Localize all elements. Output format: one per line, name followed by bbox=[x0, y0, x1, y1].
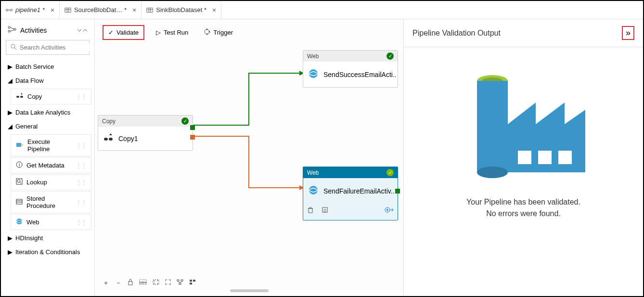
activity-label: Stored Procedure bbox=[26, 195, 72, 209]
activity-label: Get Metadata bbox=[26, 162, 64, 169]
activity-copy[interactable]: Copy ⋮⋮ bbox=[11, 89, 91, 104]
activity-lookup[interactable]: Lookup⋮⋮ bbox=[11, 174, 91, 190]
fullscreen-icon[interactable] bbox=[165, 279, 171, 287]
success-port[interactable] bbox=[395, 189, 400, 194]
close-icon[interactable]: × bbox=[132, 6, 136, 14]
tab-source-dataset[interactable]: SourceBlobDat… * × bbox=[60, 1, 142, 19]
tab-sink-dataset[interactable]: SinkBlobDataset * × bbox=[142, 1, 221, 19]
horizontal-scrollbar[interactable] bbox=[230, 289, 269, 292]
grip-icon: ⋮⋮ bbox=[76, 142, 86, 149]
chevron-right-icon: ▶ bbox=[8, 248, 13, 256]
tab-pipeline1[interactable]: pipeline1 * × bbox=[1, 1, 60, 19]
validate-button[interactable]: ✓ Validate bbox=[103, 25, 144, 40]
activity-web[interactable]: Web⋮⋮ bbox=[11, 214, 91, 230]
svg-rect-62 bbox=[538, 151, 552, 164]
node-header: Web ✓ bbox=[303, 167, 398, 178]
svg-rect-1 bbox=[11, 9, 13, 11]
group-general[interactable]: ◢General bbox=[4, 119, 91, 133]
activity-label: Execute Pipeline bbox=[27, 138, 72, 153]
svg-rect-57 bbox=[190, 283, 192, 284]
minimap-icon[interactable] bbox=[189, 279, 196, 287]
grip-icon: ⋮⋮ bbox=[76, 93, 86, 100]
search-activities[interactable] bbox=[6, 40, 90, 55]
svg-rect-3 bbox=[65, 8, 71, 12]
svg-point-12 bbox=[8, 30, 10, 32]
panel-title: Pipeline Validation Output bbox=[412, 29, 501, 38]
pipeline-canvas[interactable]: ✓ Validate ▷ Test Run Trigger Copy ✓ bbox=[95, 19, 403, 296]
svg-point-31 bbox=[206, 29, 208, 30]
activity-label: Copy bbox=[27, 93, 42, 100]
zoom-in-icon[interactable]: ＋ bbox=[103, 279, 109, 287]
close-icon[interactable]: × bbox=[212, 6, 216, 14]
svg-point-16 bbox=[11, 44, 15, 48]
grip-icon: ⋮⋮ bbox=[76, 219, 86, 226]
play-icon: ▷ bbox=[156, 29, 161, 36]
activity-stored-procedure[interactable]: Stored Procedure⋮⋮ bbox=[11, 191, 91, 213]
factory-illustration bbox=[461, 66, 586, 182]
svg-point-60 bbox=[477, 167, 508, 178]
zoom-out-icon[interactable]: － bbox=[115, 279, 122, 287]
add-output-icon[interactable] bbox=[384, 207, 394, 215]
zoom-100-icon[interactable]: 100% bbox=[139, 279, 147, 287]
dataset-icon bbox=[64, 7, 71, 13]
group-label: Data Flow bbox=[15, 77, 44, 84]
group-label: Data Lake Analytics bbox=[15, 109, 70, 116]
check-icon: ✓ bbox=[108, 29, 114, 36]
lock-icon[interactable] bbox=[128, 279, 133, 287]
node-name: SendFailureEmailActiv.. bbox=[323, 187, 395, 195]
group-hdinsight[interactable]: ▶HDInsight bbox=[4, 231, 91, 245]
chevron-down-icon: ◢ bbox=[8, 77, 13, 84]
trigger-button[interactable]: Trigger bbox=[200, 26, 237, 39]
group-label: HDInsight bbox=[15, 234, 43, 242]
activity-execute-pipeline[interactable]: Execute Pipeline⋮⋮ bbox=[11, 134, 91, 156]
svg-point-34 bbox=[104, 138, 108, 141]
code-icon[interactable]: {} bbox=[322, 207, 328, 215]
autolayout-icon[interactable] bbox=[177, 279, 183, 287]
activities-header: Activities bbox=[4, 23, 91, 37]
group-data-flow[interactable]: ◢Data Flow bbox=[4, 74, 91, 88]
search-input[interactable] bbox=[20, 44, 95, 51]
sp-icon bbox=[16, 198, 23, 207]
success-port[interactable] bbox=[190, 125, 195, 130]
activity-label: Web bbox=[26, 219, 39, 226]
group-iteration[interactable]: ▶Iteration & Conditionals bbox=[4, 245, 91, 259]
svg-point-18 bbox=[16, 96, 19, 98]
node-failure-email[interactable]: Web ✓ SendFailureEmailActiv.. {} bbox=[303, 167, 398, 220]
svg-text:100%: 100% bbox=[139, 281, 147, 284]
collapse-panel-button[interactable]: » bbox=[622, 26, 634, 40]
svg-rect-61 bbox=[518, 151, 531, 164]
pipeline-icon bbox=[6, 7, 13, 13]
node-copy[interactable]: Copy ✓ Copy1 bbox=[98, 115, 193, 151]
lookup-icon bbox=[16, 178, 23, 186]
node-success-email[interactable]: Web ✓ SendSuccessEmailActi.. bbox=[303, 50, 398, 88]
exec-pipeline-icon bbox=[16, 142, 24, 150]
fit-icon[interactable] bbox=[153, 279, 159, 287]
status-ok-icon: ✓ bbox=[181, 117, 189, 125]
svg-point-13 bbox=[14, 28, 16, 30]
close-icon[interactable]: × bbox=[51, 6, 54, 14]
svg-rect-26 bbox=[16, 199, 22, 204]
svg-point-19 bbox=[20, 96, 23, 98]
activity-get-metadata[interactable]: i Get Metadata⋮⋮ bbox=[11, 157, 91, 173]
svg-rect-7 bbox=[147, 8, 153, 12]
node-type: Web bbox=[307, 169, 319, 176]
group-data-lake[interactable]: ▶Data Lake Analytics bbox=[4, 105, 91, 119]
svg-point-11 bbox=[8, 26, 10, 28]
failure-port[interactable] bbox=[190, 135, 195, 140]
expand-collapse-icons[interactable] bbox=[77, 28, 88, 33]
status-ok-icon: ✓ bbox=[386, 169, 394, 176]
node-name: SendSuccessEmailActi.. bbox=[323, 71, 397, 78]
delete-icon[interactable] bbox=[307, 207, 314, 215]
svg-rect-52 bbox=[179, 283, 181, 284]
web-icon bbox=[16, 218, 23, 226]
chevron-right-icon: ▶ bbox=[8, 63, 13, 70]
svg-text:{}: {} bbox=[323, 208, 326, 212]
grip-icon: ⋮⋮ bbox=[76, 162, 86, 169]
test-run-button[interactable]: ▷ Test Run bbox=[152, 27, 192, 38]
validation-message-2: No errors were found. bbox=[466, 208, 580, 220]
group-batch-service[interactable]: ▶Batch Service bbox=[4, 60, 91, 74]
search-icon bbox=[10, 43, 17, 52]
svg-point-29 bbox=[16, 219, 22, 224]
activity-label: Lookup bbox=[26, 179, 47, 186]
svg-rect-50 bbox=[177, 280, 179, 281]
